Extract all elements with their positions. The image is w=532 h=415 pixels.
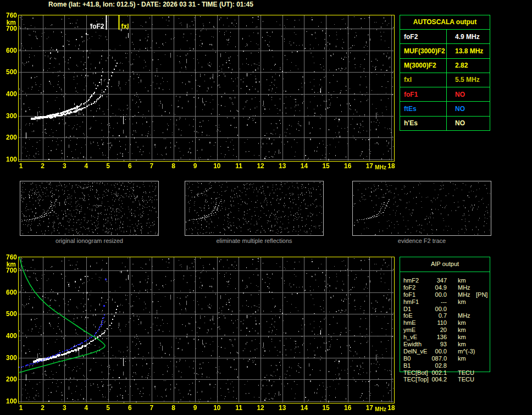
aip-row-b0: B0087.0km <box>400 355 490 362</box>
aip-row-tectop: TEC[Top]004.2TECU <box>400 376 490 383</box>
parameter-label: MUF(3000)F2 <box>400 44 447 58</box>
parameter-label: ftEs <box>400 102 447 115</box>
aip-row-fof2: foF204.9MHz <box>400 284 490 291</box>
parameter-label: foF2 <box>400 30 447 43</box>
parameter-value: 20 <box>411 327 447 333</box>
thumbnail-caption: eliminate multiple reflections <box>185 237 324 244</box>
autoscala-row-fof2: foF24.9 MHz <box>400 29 490 43</box>
autoscala-output-table: AUTOSCALA output foF24.9 MHzMUF(3000)F21… <box>400 15 490 131</box>
aip-row-hme: hmE110km <box>400 319 490 327</box>
parameter-label: foF1 <box>400 87 447 101</box>
aip-row-b1: B102.8 <box>400 362 490 369</box>
parameter-value: 04.9 <box>411 284 447 291</box>
aip-row-hmf2: hmF2347km <box>400 277 490 284</box>
scaled-ionogram-canvas <box>0 9 398 171</box>
parameter-value: 00.0 <box>411 291 447 298</box>
parameter-unit: TECU <box>458 376 474 383</box>
parameter-unit: km <box>458 355 466 362</box>
parameter-value: 0.7 <box>411 312 447 319</box>
parameter-value: 2.82 <box>447 59 468 73</box>
parameter-unit: MHz <box>458 284 470 291</box>
autoscala-row-m3000f2: M(3000)F22.82 <box>400 58 490 73</box>
autoscala-row-fxi: fxI5.5 MHz <box>400 73 490 87</box>
autoscala-app-window: Rome (lat: +41.8, lon: 012.5) - DATE: 20… <box>0 0 532 415</box>
aip-rows: hmF2347kmfoF204.9MHzfoF100.0MHz[PN]hmF1-… <box>400 277 490 383</box>
parameter-value: 110 <box>411 319 447 326</box>
autoscala-row-muf3000f2: MUF(3000)F213.8 MHz <box>400 43 490 58</box>
parameter-value: 087.0 <box>411 355 447 362</box>
parameter-value: 13.8 MHz <box>447 44 483 58</box>
parameter-unit: km <box>458 327 466 333</box>
parameter-value: --- <box>411 298 447 305</box>
aip-row-fof1: foF100.0MHz[PN] <box>400 291 490 298</box>
aip-output-panel: AIP output hmF2347kmfoF204.9MHzfoF100.0M… <box>400 257 490 372</box>
aip-row-hve: h_vE136km <box>400 334 490 341</box>
thumbnail-evidence-f2-trace <box>352 181 491 236</box>
autoscala-row-ftes: ftEsNO <box>400 101 490 115</box>
parameter-unit: km <box>458 319 466 326</box>
parameter-value: 004.2 <box>411 376 447 383</box>
parameter-unit: m^(-3) <box>458 348 475 355</box>
parameter-value: 5.5 MHz <box>447 73 480 87</box>
parameter-value: 002.1 <box>411 369 447 376</box>
thumbnail-caption: original ionogram resized <box>20 237 159 244</box>
parameter-label: B0 <box>403 355 411 362</box>
parameter-unit: MHz <box>458 291 470 298</box>
profile-ionogram-canvas <box>0 251 398 413</box>
aip-row-yme: ymE20km <box>400 327 490 334</box>
parameter-label: B1 <box>403 362 411 369</box>
parameter-value: 347 <box>411 277 447 284</box>
autoscala-row-hes: h'EsNO <box>400 116 490 130</box>
parameter-value: NO <box>447 117 465 130</box>
parameter-value: 4.9 MHz <box>447 30 480 43</box>
parameter-value: NO <box>447 102 465 115</box>
aip-panel-title: AIP output <box>400 257 490 267</box>
autoscala-table-title: AUTOSCALA output <box>400 15 490 29</box>
aip-row-hmf1: hmF1---km <box>400 298 490 306</box>
thumbnail-caption: evidence F2 trace <box>352 237 491 244</box>
aip-row-foe: foE0.7MHz <box>400 312 490 319</box>
parameter-flag: [PN] <box>476 291 487 298</box>
parameter-unit: TECU <box>458 369 474 376</box>
station-date-title: Rome (lat: +41.8, lon: 012.5) - DATE: 20… <box>48 1 253 8</box>
aip-row-ewidth: Ewidth93km <box>400 341 490 348</box>
parameter-label: h'Es <box>400 117 447 130</box>
parameter-value: 93 <box>411 341 447 347</box>
thumbnail-original-ionogram <box>20 181 159 236</box>
parameter-unit: km <box>458 341 466 347</box>
parameter-unit: MHz <box>458 312 470 319</box>
thumbnail-eliminate-reflections <box>185 181 324 236</box>
parameter-unit: km <box>458 277 466 284</box>
aip-row-delnve: DelN_vE00.0m^(-3) <box>400 348 490 355</box>
parameter-value: 136 <box>411 334 447 340</box>
aip-row-tecbot: TEC[Bot]002.1TECU <box>400 369 490 377</box>
parameter-value: 00.0 <box>411 306 447 312</box>
parameter-value: 02.8 <box>411 362 447 369</box>
parameter-value: 00.0 <box>411 348 447 355</box>
parameter-value: NO <box>447 87 465 101</box>
parameter-label: M(3000)F2 <box>400 59 447 73</box>
parameter-unit: km <box>458 298 466 305</box>
parameter-label: fxI <box>400 73 447 87</box>
aip-row-d1: D100.0 <box>400 306 490 313</box>
parameter-unit: km <box>458 334 466 340</box>
autoscala-row-fof1: foF1NO <box>400 87 490 101</box>
aip-header-divider <box>400 272 490 272</box>
parameter-label: D1 <box>403 306 411 312</box>
